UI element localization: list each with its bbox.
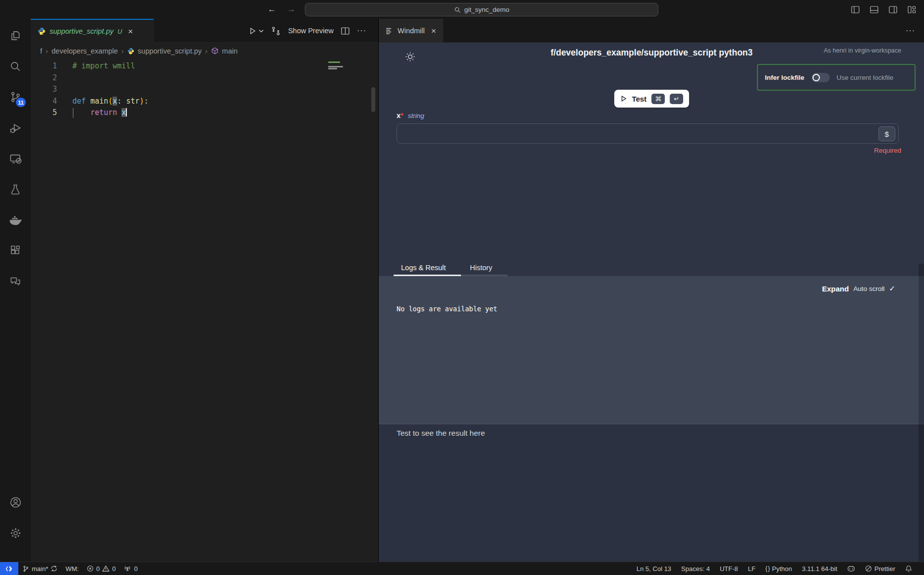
eol-status[interactable]: LF [743, 562, 760, 575]
activity-settings[interactable] [0, 518, 31, 548]
encoding-status[interactable]: UTF-8 [715, 562, 743, 575]
breadcrumb-symbol[interactable]: main [222, 47, 237, 55]
panel-tab-close-icon[interactable]: × [431, 27, 436, 35]
nav-back-icon[interactable]: ← [268, 4, 276, 14]
branch-name: main* [32, 565, 48, 573]
arg-type: string [408, 112, 424, 119]
code-line[interactable]: 2 [31, 72, 378, 84]
breadcrumb-file[interactable]: supportive_script.py [138, 47, 202, 55]
code-line[interactable]: 1# import wmill [31, 60, 378, 72]
activity-source-control[interactable]: 11 [0, 82, 31, 113]
run-context-label: As henri in virgin-workspace [824, 47, 901, 54]
editor-scrollbar[interactable] [371, 87, 375, 112]
tab-windmill[interactable]: Windmill × [379, 19, 443, 43]
problems-status[interactable]: 0 0 [83, 562, 119, 575]
minimap [328, 66, 343, 67]
activity-account[interactable] [0, 487, 31, 518]
editor-more-actions-icon[interactable]: ··· [357, 26, 366, 35]
remote-indicator[interactable] [0, 562, 18, 575]
encoding-label: UTF-8 [720, 565, 738, 573]
lockfile-options: Infer lockfile Use current lockfile [757, 64, 916, 91]
branch-status[interactable]: main* [18, 562, 61, 575]
arg-input[interactable]: $ [397, 123, 899, 144]
search-query: git_sync_demo [464, 6, 510, 13]
braces-icon: { } [765, 565, 769, 572]
run-debug-icon [9, 121, 22, 135]
toggle-secondary-sidebar-icon[interactable] [889, 6, 897, 13]
toggle-sidebar-icon[interactable] [851, 6, 860, 13]
command-center-search[interactable]: git_sync_demo [305, 3, 658, 16]
code-editor[interactable]: 1# import wmill234def main(x: str):5 ret… [31, 59, 378, 562]
activity-search[interactable] [0, 51, 31, 82]
expand-button[interactable]: Expand [822, 285, 849, 293]
test-button-label: Test [632, 95, 647, 103]
minimap [328, 61, 340, 63]
test-button[interactable]: Test ⌘ ↵ [614, 90, 690, 108]
nav-forward-icon[interactable]: → [287, 4, 295, 14]
toggle-panel-icon[interactable] [870, 6, 878, 13]
python-file-icon [38, 27, 46, 35]
toggle-knob [812, 74, 820, 81]
cmd-key-icon: ⌘ [651, 94, 665, 104]
indentation-status[interactable]: Spaces: 4 [676, 562, 715, 575]
copilot-status[interactable] [842, 562, 860, 575]
tab-logs-result[interactable]: Logs & Result [401, 264, 446, 272]
panel-more-actions-icon[interactable]: ··· [906, 26, 915, 35]
activity-remote-explorer[interactable] [0, 143, 31, 174]
activity-bar: 11 [0, 19, 31, 562]
formatter-status[interactable]: Prettier [860, 562, 900, 575]
run-dropdown-chevron-icon[interactable] [259, 29, 264, 33]
language-label: Python [772, 565, 792, 573]
open-changes-icon[interactable] [271, 26, 281, 36]
activity-run-debug[interactable] [0, 113, 31, 143]
text-cursor [126, 108, 127, 116]
wm-status[interactable]: WM: [61, 562, 83, 575]
python-file-icon [127, 48, 134, 55]
cursor-position[interactable]: Ln 5, Col 13 [632, 562, 676, 575]
line-content: def main(x: str): [57, 96, 149, 108]
show-preview-button[interactable]: Show Preview [288, 27, 334, 35]
language-status[interactable]: { } Python [760, 562, 797, 575]
required-star: * [401, 112, 404, 119]
activity-comments[interactable] [0, 266, 31, 297]
git-branch-icon [22, 565, 29, 573]
line-col-label: Ln 5, Col 13 [636, 565, 671, 573]
python-version-status[interactable]: 3.11.1 64-bit [797, 562, 842, 575]
run-icon[interactable] [248, 27, 257, 35]
source-control-badge: 11 [16, 98, 26, 107]
disabled-circle-icon [865, 565, 872, 572]
notifications-status[interactable] [900, 562, 917, 575]
check-icon[interactable]: ✓ [889, 284, 895, 293]
code-line[interactable]: 5 return x [31, 107, 378, 119]
tab-history[interactable]: History [470, 264, 492, 272]
webview-scrollbar[interactable] [919, 264, 924, 562]
line-number: 3 [31, 84, 57, 96]
flask-icon [9, 183, 22, 196]
result-area: Test to see the result here [379, 424, 924, 562]
breadcrumb-folder[interactable]: f [40, 47, 42, 55]
indent-guide [73, 108, 73, 118]
lockfile-toggle[interactable] [811, 73, 830, 82]
code-line[interactable]: 3 [31, 84, 378, 96]
variable-picker-button[interactable]: $ [878, 126, 895, 141]
list-icon [386, 28, 393, 34]
activity-docker[interactable] [0, 205, 31, 235]
docker-icon [8, 213, 22, 227]
ports-status[interactable]: 0 [119, 562, 141, 575]
split-editor-icon[interactable] [341, 27, 349, 35]
tab-close-icon[interactable]: × [128, 27, 133, 36]
enter-key-icon: ↵ [670, 94, 683, 104]
code-line[interactable]: 4def main(x: str): [31, 96, 378, 108]
argument-label: x*string [397, 112, 424, 119]
autoscroll-label[interactable]: Auto scroll [853, 285, 884, 292]
breadcrumb-folder[interactable]: developers_example [52, 47, 118, 55]
activity-explorer[interactable] [0, 20, 31, 51]
activity-extensions[interactable] [0, 235, 31, 266]
customize-layout-icon[interactable] [908, 6, 916, 13]
python-version-label: 3.11.1 64-bit [802, 565, 837, 573]
sync-icon [51, 565, 58, 572]
tab-supportive-script[interactable]: supportive_script.py U × [31, 19, 154, 43]
title-bar: ← → git_sync_demo [0, 0, 924, 19]
code-lines: 1# import wmill234def main(x: str):5 ret… [31, 59, 378, 119]
activity-testing[interactable] [0, 174, 31, 205]
